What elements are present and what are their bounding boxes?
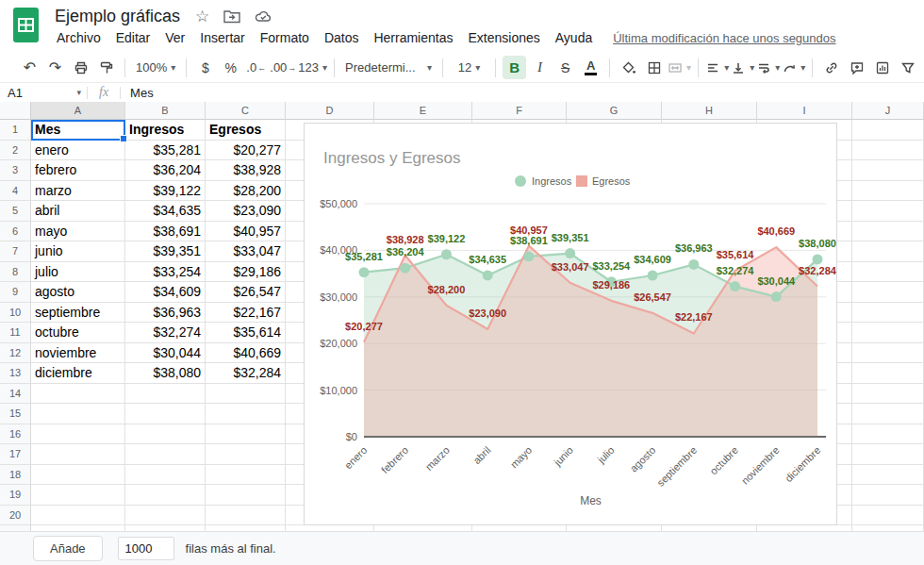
cell-A9[interactable]: agosto	[31, 282, 125, 303]
add-rows-button[interactable]: Añade	[33, 536, 103, 561]
cell-J2[interactable]	[852, 141, 924, 161]
move-to-folder-icon[interactable]	[223, 9, 240, 24]
chart-card[interactable]: Ingresos y EgresosIngresosEgresos$0$10,0…	[304, 123, 837, 525]
cell-B15[interactable]	[125, 404, 206, 424]
cell-C1[interactable]: Egresos	[206, 120, 286, 141]
row-header-4[interactable]: 4	[0, 181, 31, 202]
insert-comment-button[interactable]	[845, 56, 868, 79]
insert-link-button[interactable]	[819, 56, 843, 79]
cell-C7[interactable]: $33,047	[206, 241, 286, 262]
column-header-a[interactable]: A	[31, 102, 125, 120]
cell-B18[interactable]	[125, 465, 206, 486]
cell-C6[interactable]: $40,957	[206, 222, 286, 242]
cell-A13[interactable]: diciembre	[31, 363, 125, 384]
cell-C19[interactable]	[206, 485, 286, 506]
row-header-14[interactable]: 14	[0, 384, 31, 405]
bold-button[interactable]: B	[503, 56, 526, 79]
cell-B17[interactable]	[125, 444, 206, 465]
row-header-19[interactable]: 19	[0, 485, 31, 506]
fill-handle[interactable]	[120, 135, 127, 142]
row-header-6[interactable]: 6	[0, 222, 31, 242]
cell-A10[interactable]: septiembre	[31, 303, 125, 324]
cell-B6[interactable]: $38,691	[125, 222, 206, 242]
text-color-button[interactable]: A	[579, 56, 602, 79]
cell-B2[interactable]: $35,281	[125, 141, 206, 161]
document-title[interactable]: Ejemplo gráficas	[55, 7, 180, 26]
text-wrap-button[interactable]	[756, 56, 780, 79]
row-header-13[interactable]: 13	[0, 363, 31, 384]
star-icon[interactable]: ☆	[195, 7, 209, 26]
cell-A3[interactable]: febrero	[31, 160, 125, 181]
menu-item-insertar[interactable]: Insertar	[192, 28, 252, 47]
cell-B20[interactable]	[125, 506, 206, 526]
row-header-16[interactable]: 16	[0, 424, 31, 445]
name-box[interactable]: A1▾	[0, 86, 87, 100]
menu-item-datos[interactable]: Datos	[317, 28, 367, 47]
cell-J5[interactable]	[852, 201, 924, 222]
menu-item-herramientas[interactable]: Herramientas	[366, 28, 460, 47]
cell-C17[interactable]	[206, 444, 286, 465]
format-percent-button[interactable]: %	[219, 56, 242, 79]
increase-decimal-button[interactable]: .00→	[270, 56, 296, 79]
cell-C15[interactable]	[206, 404, 286, 424]
menu-item-ver[interactable]: Ver	[157, 28, 192, 47]
cell-C16[interactable]	[206, 424, 286, 445]
font-size-dropdown[interactable]: 12	[450, 56, 488, 79]
redo-button[interactable]: ↷	[43, 56, 67, 79]
cell-C18[interactable]	[206, 465, 286, 486]
row-header-3[interactable]: 3	[0, 160, 31, 181]
cell-J14[interactable]	[852, 384, 924, 405]
cell-C9[interactable]: $26,547	[206, 282, 286, 303]
column-header-i[interactable]: I	[757, 102, 852, 120]
row-header-11[interactable]: 11	[0, 323, 31, 343]
row-header-12[interactable]: 12	[0, 343, 31, 364]
decrease-decimal-button[interactable]: .0←	[244, 56, 268, 79]
row-header-9[interactable]: 9	[0, 282, 31, 303]
cell-B1[interactable]: Ingresos	[125, 120, 206, 141]
cell-A2[interactable]: enero	[31, 141, 125, 161]
column-header-h[interactable]: H	[662, 102, 757, 120]
cell-A11[interactable]: octubre	[31, 323, 125, 343]
cell-C20[interactable]	[206, 506, 286, 526]
menu-item-formato[interactable]: Formato	[253, 28, 317, 47]
cell-J12[interactable]	[852, 343, 924, 364]
cell-B13[interactable]: $38,080	[125, 363, 206, 384]
add-rows-input[interactable]	[118, 537, 174, 560]
italic-button[interactable]: I	[528, 56, 552, 79]
cell-B19[interactable]	[125, 485, 206, 506]
cell-J10[interactable]	[852, 303, 924, 324]
cell-J1[interactable]	[852, 120, 924, 141]
row-header-10[interactable]: 10	[0, 303, 31, 324]
cell-B12[interactable]: $30,044	[125, 343, 206, 364]
cell-C12[interactable]: $40,669	[206, 343, 286, 364]
cell-B7[interactable]: $39,351	[125, 241, 206, 262]
cell-C3[interactable]: $38,928	[206, 160, 286, 181]
cell-A8[interactable]: julio	[31, 262, 125, 283]
column-header-e[interactable]: E	[374, 102, 472, 120]
borders-button[interactable]	[642, 56, 666, 79]
cell-A4[interactable]: marzo	[31, 181, 125, 202]
column-header-f[interactable]: F	[472, 102, 567, 120]
cell-J15[interactable]	[852, 404, 924, 424]
print-button[interactable]	[69, 56, 92, 79]
row-header-20[interactable]: 20	[0, 506, 31, 526]
fill-color-button[interactable]	[617, 56, 640, 79]
font-dropdown[interactable]: Predetermi...	[341, 56, 436, 79]
cell-J3[interactable]	[852, 160, 924, 181]
merge-cells-button[interactable]	[668, 56, 691, 79]
cell-A7[interactable]: junio	[31, 241, 125, 262]
column-header-b[interactable]: B	[125, 102, 206, 120]
row-header-7[interactable]: 7	[0, 241, 31, 262]
cell-A17[interactable]	[31, 444, 125, 465]
column-header-g[interactable]: G	[567, 102, 662, 120]
cell-B4[interactable]: $39,122	[125, 181, 206, 202]
row-header-5[interactable]: 5	[0, 201, 31, 222]
cell-A5[interactable]: abril	[31, 201, 125, 222]
cell-C4[interactable]: $28,200	[206, 181, 286, 202]
select-all-corner[interactable]	[0, 102, 31, 120]
menu-item-extensiones[interactable]: Extensiones	[460, 28, 547, 47]
insert-chart-button[interactable]	[870, 56, 894, 79]
cell-A20[interactable]	[31, 506, 125, 526]
cell-J13[interactable]	[852, 363, 924, 384]
cell-J11[interactable]	[852, 323, 924, 343]
